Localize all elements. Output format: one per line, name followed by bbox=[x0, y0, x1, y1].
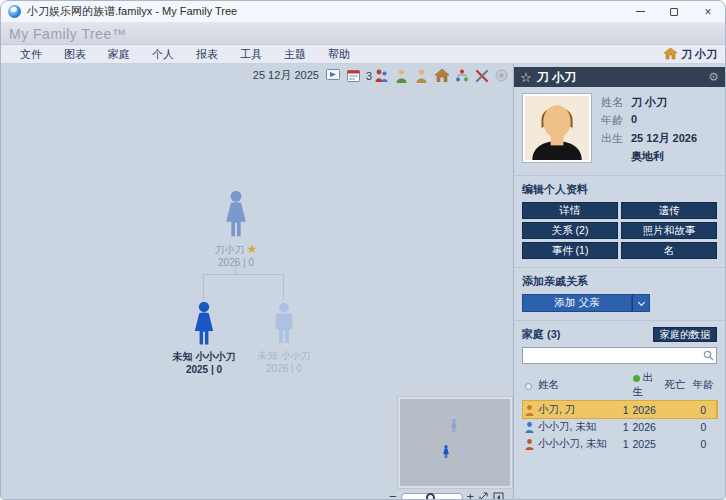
header-age[interactable]: 年龄 bbox=[691, 370, 717, 401]
menu-charts[interactable]: 图表 bbox=[53, 47, 97, 62]
person-birth-value: 25 12月 2026 bbox=[631, 131, 697, 146]
gear-icon[interactable]: ⚙ bbox=[708, 70, 719, 84]
add-relative-title: 添加亲戚关系 bbox=[522, 274, 717, 289]
cell-age: 0 bbox=[691, 418, 717, 435]
maximize-button[interactable] bbox=[657, 1, 691, 22]
tree-person-faded[interactable]: 未知 小小刀 2026 | 0 bbox=[251, 301, 317, 374]
cell-birth: 2026 bbox=[631, 401, 663, 419]
calendar-icon[interactable] bbox=[346, 68, 361, 83]
person-birthplace-value: 奥地利 bbox=[631, 149, 664, 164]
person-info: 2025 | 0 bbox=[186, 364, 222, 375]
events-button[interactable]: 事件 (1) bbox=[522, 242, 618, 259]
table-row[interactable]: 小刀, 刀 1 2026 0 bbox=[523, 401, 717, 419]
cell-age: 0 bbox=[691, 401, 717, 419]
table-row[interactable]: 小小刀, 未知 1 2026 0 bbox=[523, 418, 717, 435]
person-female-icon[interactable] bbox=[394, 68, 409, 83]
cell-birth: 2025 bbox=[631, 435, 663, 452]
zoom-controls: − + bbox=[389, 491, 513, 500]
person-name: 未知 小小刀 bbox=[258, 349, 311, 363]
add-father-button[interactable]: 添加 父亲 bbox=[522, 294, 632, 312]
person-info: 2026 | 0 bbox=[218, 257, 254, 268]
person-male-icon[interactable] bbox=[414, 68, 429, 83]
family-search-input[interactable] bbox=[522, 347, 717, 364]
family-table-header[interactable]: 姓名 出生 死亡 年龄 bbox=[523, 370, 717, 401]
family-icon[interactable] bbox=[374, 68, 389, 83]
tools-icon[interactable] bbox=[474, 68, 489, 83]
current-person-shortcut[interactable]: 刀 小刀 bbox=[664, 47, 717, 62]
zoom-slider[interactable] bbox=[401, 493, 463, 500]
person-photo[interactable] bbox=[522, 93, 592, 163]
cell-death bbox=[663, 418, 691, 435]
app-window: 小刀娱乐网的族谱.familyx - My Family Tree × My F… bbox=[0, 0, 726, 500]
edit-profile-section: 编辑个人资料 详情 遗传 关系 (2) 照片和故事 事件 (1) 名 bbox=[514, 176, 725, 267]
person-name: 刀小刀 bbox=[215, 244, 245, 255]
male-silhouette-icon bbox=[269, 301, 299, 347]
minimize-button[interactable] bbox=[623, 1, 657, 22]
family-title: 家庭 (3) bbox=[522, 327, 561, 342]
star-icon[interactable]: ☆ bbox=[520, 70, 532, 85]
female-silhouette-icon bbox=[219, 190, 253, 240]
family-data-button[interactable]: 家庭的数据 bbox=[653, 327, 717, 342]
person-icon bbox=[525, 422, 534, 433]
add-relative-dropdown[interactable] bbox=[632, 294, 650, 312]
minimap-person-icon bbox=[441, 445, 451, 459]
menu-help[interactable]: 帮助 bbox=[317, 47, 361, 62]
menu-themes[interactable]: 主题 bbox=[273, 47, 317, 62]
selected-person-name: 刀 小刀 bbox=[537, 69, 576, 86]
tree-connector-line bbox=[203, 274, 204, 300]
relationships-button[interactable]: 关系 (2) bbox=[522, 222, 618, 239]
person-sidebar: ☆ 刀 小刀 ⚙ 姓名刀 小刀 年龄0 bbox=[513, 64, 725, 499]
app-banner: My Family Tree™ bbox=[1, 23, 725, 45]
person-info: 2026 | 0 bbox=[266, 363, 302, 374]
minimap-panel[interactable] bbox=[397, 396, 513, 489]
avatar-placeholder bbox=[525, 96, 589, 160]
slideshow-icon[interactable] bbox=[326, 68, 341, 83]
header-death[interactable]: 死亡 bbox=[663, 370, 691, 401]
cell-age: 0 bbox=[691, 435, 717, 452]
field-label: 年龄 bbox=[601, 113, 631, 128]
living-status-icon bbox=[633, 375, 640, 382]
photos-stories-button[interactable]: 照片和故事 bbox=[621, 222, 717, 239]
current-date: 25 12月 2025 bbox=[253, 68, 319, 83]
app-icon bbox=[8, 5, 21, 18]
person-age-value: 0 bbox=[631, 113, 637, 128]
minimap-view[interactable] bbox=[400, 399, 510, 486]
menu-file[interactable]: 文件 bbox=[9, 47, 53, 62]
cell-name: 小小小刀, 未知 bbox=[536, 435, 619, 452]
person-name: 未知 小小小刀 bbox=[173, 350, 236, 364]
person-count: 3 bbox=[366, 70, 372, 82]
app-name: My Family Tree™ bbox=[9, 26, 126, 42]
maximize-icon bbox=[670, 8, 678, 16]
zoom-slider-thumb[interactable] bbox=[426, 493, 435, 500]
close-button[interactable]: × bbox=[691, 1, 725, 22]
fit-page-icon[interactable] bbox=[493, 491, 504, 500]
table-row[interactable]: 小小小刀, 未知 1 2025 0 bbox=[523, 435, 717, 452]
person-icon bbox=[525, 439, 534, 450]
person-name-value: 刀 小刀 bbox=[631, 95, 667, 110]
cell-marker: 1 bbox=[619, 435, 631, 452]
menu-person[interactable]: 个人 bbox=[141, 47, 185, 62]
title-bar: 小刀娱乐网的族谱.familyx - My Family Tree × bbox=[1, 1, 725, 23]
sidebar-header: ☆ 刀 小刀 ⚙ bbox=[514, 67, 725, 87]
cell-name: 小小刀, 未知 bbox=[536, 418, 619, 435]
tree-canvas[interactable]: 25 12月 2025 3 bbox=[1, 64, 513, 499]
home-icon[interactable] bbox=[434, 68, 449, 83]
cell-marker: 1 bbox=[619, 401, 631, 419]
menu-tools[interactable]: 工具 bbox=[229, 47, 273, 62]
female-silhouette-icon bbox=[188, 301, 220, 348]
fit-diagonal-icon[interactable] bbox=[478, 491, 489, 500]
menu-reports[interactable]: 报表 bbox=[185, 47, 229, 62]
zoom-out-button[interactable]: − bbox=[389, 492, 397, 500]
chart-icon[interactable] bbox=[454, 68, 469, 83]
menu-family[interactable]: 家庭 bbox=[97, 47, 141, 62]
header-name[interactable]: 姓名 bbox=[536, 370, 619, 401]
person-icon bbox=[525, 405, 534, 416]
zoom-in-button[interactable]: + bbox=[467, 492, 475, 500]
details-button[interactable]: 详情 bbox=[522, 202, 618, 219]
cell-name: 小刀, 刀 bbox=[536, 401, 619, 419]
tree-person-selected[interactable]: 未知 小小小刀 2025 | 0 bbox=[169, 301, 239, 375]
minimap-person-icon bbox=[458, 445, 468, 459]
tree-person-root[interactable]: 刀小刀★ 2026 | 0 bbox=[208, 190, 264, 268]
names-button[interactable]: 名 bbox=[621, 242, 717, 259]
heredity-button[interactable]: 遗传 bbox=[621, 202, 717, 219]
